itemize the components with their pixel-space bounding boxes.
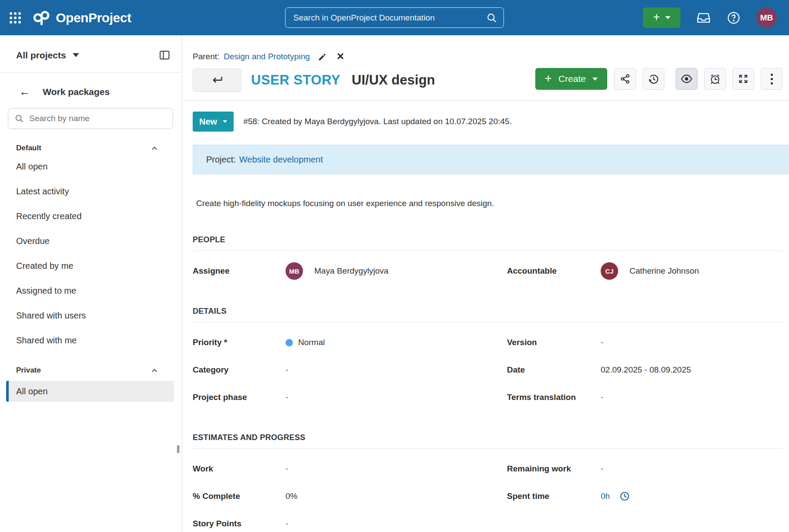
sidebar-search-input[interactable]	[29, 114, 167, 123]
global-search-input[interactable]	[293, 13, 486, 23]
work-package-title: UI/UX design	[352, 72, 435, 88]
details-heading: DETAILS	[193, 307, 789, 316]
terms-translation-label: Terms translation	[507, 389, 601, 406]
spent-time-label: Spent time	[507, 488, 601, 505]
date-value[interactable]: 02.09.2025 - 08.09.2025	[601, 361, 789, 379]
plus-icon: +	[545, 72, 552, 85]
sidebar-item-created-by-me[interactable]: Created by me	[0, 254, 182, 278]
accountable-label: Accountable	[507, 262, 601, 280]
terms-translation-value[interactable]: -	[601, 389, 789, 406]
percent-complete-value[interactable]: 0%	[286, 488, 507, 505]
watch-button[interactable]	[676, 68, 697, 90]
spent-time-value: 0h	[601, 488, 789, 505]
parent-label: Parent:	[193, 52, 219, 61]
project-link[interactable]: Website development	[239, 155, 323, 165]
sidebar-item-all-open[interactable]: All open	[0, 154, 182, 179]
sidebar-resize-handle[interactable]: ∥	[176, 444, 180, 454]
work-value[interactable]: -	[286, 460, 507, 478]
work-package-type[interactable]: USER STORY	[251, 72, 340, 88]
chevron-down-icon	[592, 78, 598, 81]
activity-history-button[interactable]	[643, 68, 664, 90]
project-phase-value[interactable]: -	[286, 389, 507, 406]
chevron-down-icon	[665, 16, 670, 19]
sidebar-top-row: All projects	[0, 35, 182, 61]
date-label: Date	[507, 361, 601, 379]
status-badge[interactable]: New	[193, 112, 234, 132]
assignee-name[interactable]: Maya Berdygylyjova	[314, 266, 388, 276]
sidebar: All projects ← Work packages	[0, 35, 182, 532]
divider	[182, 100, 789, 101]
kebab-icon	[771, 74, 773, 85]
assignee-value[interactable]: MB Maya Berdygylyjova	[286, 262, 507, 280]
divider	[193, 251, 782, 251]
work-package-detail: Parent: Design and Prototyping ✕	[182, 35, 789, 532]
sidebar-section-default[interactable]: Default	[16, 144, 158, 152]
fullscreen-button[interactable]	[732, 68, 754, 90]
openproject-app: OpenProject +	[0, 0, 789, 532]
log-time-clock-icon[interactable]	[619, 491, 630, 502]
edit-parent-icon[interactable]	[318, 52, 327, 61]
parent-breadcrumb: Parent: Design and Prototyping ✕	[193, 51, 789, 62]
work-packages-label: Work packages	[43, 87, 110, 97]
project-banner: Project: Website development	[193, 145, 789, 174]
more-menu-button[interactable]	[761, 68, 782, 90]
apps-grid-icon[interactable]	[10, 12, 21, 24]
remove-parent-icon[interactable]: ✕	[337, 51, 344, 62]
projects-dropdown[interactable]: All projects	[16, 50, 79, 61]
back-arrow-icon[interactable]: ←	[19, 85, 31, 98]
version-value[interactable]: -	[601, 334, 789, 351]
openproject-logo[interactable]: OpenProject	[32, 10, 131, 26]
assignee-label: Assignee	[193, 262, 286, 280]
story-points-value[interactable]: -	[286, 515, 507, 532]
accountable-value[interactable]: CJ Catherine Johnson	[601, 262, 789, 280]
create-button[interactable]: + Create	[535, 68, 607, 90]
estimates-section: ESTIMATES AND PROGRESS Work - Remaining …	[193, 433, 789, 532]
priority-label: Priority *	[193, 334, 286, 351]
description[interactable]: Create high-fidelity mockups focusing on…	[193, 199, 789, 208]
status-meta: #58: Created by Maya Berdygylyjova. Last…	[243, 117, 512, 126]
search-icon	[14, 114, 24, 123]
sidebar-section-private[interactable]: Private	[16, 366, 158, 375]
section-title: Private	[16, 366, 41, 375]
quick-add-button[interactable]: +	[643, 7, 680, 28]
sidebar-item-overdue[interactable]: Overdue	[0, 229, 182, 254]
back-button[interactable]	[193, 68, 241, 92]
work-packages-heading: ← Work packages	[0, 73, 182, 98]
search-icon[interactable]	[486, 12, 497, 24]
parent-link[interactable]: Design and Prototyping	[224, 52, 310, 61]
sidebar-item-shared-with-users[interactable]: Shared with users	[0, 303, 182, 328]
section-title: Default	[16, 144, 41, 152]
sidebar-search[interactable]	[8, 108, 173, 129]
priority-text: Normal	[298, 338, 325, 347]
projects-dropdown-label: All projects	[16, 50, 66, 61]
reminder-button[interactable]	[704, 68, 726, 90]
sidebar-item-private-all-open[interactable]: All open	[6, 381, 174, 402]
people-heading: PEOPLE	[193, 235, 789, 244]
story-points-label: Story Points	[193, 515, 286, 532]
work-label: Work	[193, 460, 286, 478]
remaining-work-value[interactable]: -	[601, 460, 789, 478]
sidebar-item-recently-created[interactable]: Recently created	[0, 204, 182, 229]
help-icon[interactable]	[727, 11, 741, 25]
sidebar-item-assigned-to-me[interactable]: Assigned to me	[0, 278, 182, 303]
top-header: OpenProject +	[0, 0, 789, 35]
priority-dot-icon	[286, 339, 293, 346]
sidebar-item-shared-with-me[interactable]: Shared with me	[0, 328, 182, 353]
priority-value[interactable]: Normal	[286, 334, 507, 351]
page-body: All projects ← Work packages	[0, 35, 789, 532]
share-button[interactable]	[614, 68, 636, 90]
openproject-logo-icon	[32, 10, 51, 26]
category-value[interactable]: -	[286, 361, 507, 379]
collapse-sidebar-icon[interactable]	[159, 49, 170, 61]
inbox-icon[interactable]	[696, 10, 711, 25]
user-avatar[interactable]: MB	[756, 7, 777, 28]
divider	[193, 448, 782, 449]
people-section: PEOPLE Assignee MB Maya Berdygylyjova Ac…	[193, 235, 789, 280]
spent-time-link[interactable]: 0h	[601, 491, 610, 501]
version-label: Version	[507, 334, 601, 351]
global-search[interactable]	[285, 7, 504, 28]
accountable-name[interactable]: Catherine Johnson	[629, 266, 699, 276]
toolbar: + Create	[535, 68, 782, 90]
remaining-work-label: Remaining work	[507, 460, 601, 478]
sidebar-item-latest-activity[interactable]: Latest activity	[0, 179, 182, 204]
